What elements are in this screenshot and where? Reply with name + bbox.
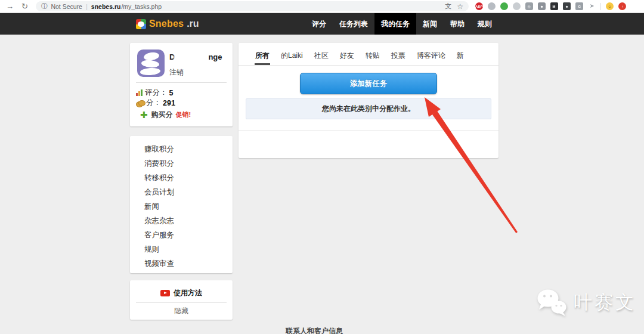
sidebar-item-membership-plan[interactable]: 会员计划 [130, 185, 233, 199]
help-card: 使用方法 隐藏 [130, 280, 233, 320]
sidebar-item-magazine[interactable]: 杂志杂志 [130, 214, 233, 228]
extension-icons: ABP◎☻M☻G➤☺↑ [475, 2, 626, 10]
contrast-circle-icon[interactable] [513, 2, 521, 10]
translate-icon[interactable]: 文 [445, 2, 451, 11]
coins-icon [136, 100, 144, 106]
bookmark-star-icon[interactable]: ☆ [457, 2, 463, 11]
sidebar-item-customer-service[interactable]: 客户服务 [130, 228, 233, 242]
hide-link[interactable]: 隐藏 [130, 306, 233, 316]
site-logo-text: Snebes [149, 18, 184, 29]
nav-item-rules[interactable]: 规则 [471, 13, 499, 35]
bar-chart-icon [136, 89, 143, 96]
tab-all[interactable]: 所有 [255, 43, 270, 65]
watermark-text: 叶赛文 [574, 290, 636, 315]
hand-extension-icon[interactable] [488, 2, 496, 10]
info-icon[interactable]: ⓘ [41, 2, 48, 11]
profile-card: Dnge 注销 评分：5 分：291 ✚ 购买分 促销! [130, 43, 233, 126]
username: Dnge [169, 52, 222, 61]
sidebar-item-spend-points[interactable]: 消费积分 [130, 156, 233, 171]
nav-item-task-list[interactable]: 任务列表 [333, 13, 374, 35]
usage-video-link[interactable]: 使用方法 [130, 288, 233, 298]
sidebar-menu-card: 赚取积分消费积分转移积分会员计划新闻杂志杂志客户服务规则视频审查 [130, 136, 233, 273]
logout-link[interactable]: 注销 [169, 67, 184, 78]
sidebar-item-earn-points[interactable]: 赚取积分 [130, 142, 233, 156]
url-path: /my_tasks.php [121, 3, 162, 10]
buy-points-link[interactable]: 购买分 [151, 110, 173, 120]
nav-item-news[interactable]: 新闻 [416, 13, 444, 35]
reload-icon[interactable]: ↻ [21, 2, 28, 10]
person-badge-icon[interactable]: ☻ [563, 2, 571, 10]
sidebar-item-news[interactable]: 新闻 [130, 199, 233, 214]
category-tabs: 所有的Laiki社区好友转贴投票博客评论新 [239, 43, 499, 66]
browser-toolbar: → ↻ ⓘ Not Secure | snebes.ru /my_tasks.p… [0, 0, 644, 13]
tab-friends[interactable]: 好友 [339, 43, 355, 65]
sidebar-item-transfer-points[interactable]: 转移积分 [130, 171, 233, 185]
add-task-button[interactable]: 添加新任务 [300, 73, 437, 94]
footer-contact-heading: 联系人和客户信息 [130, 326, 499, 334]
tab-community[interactable]: 社区 [314, 43, 329, 65]
promo-badge: 促销! [176, 110, 191, 119]
wechat-icon [535, 287, 568, 317]
tab-new[interactable]: 新 [456, 43, 465, 65]
camera-icon[interactable]: ◎ [525, 2, 533, 10]
username-censor-mask [175, 54, 208, 61]
toolbar-divider[interactable] [600, 3, 601, 10]
site-logo-suffix: .ru [187, 18, 199, 29]
youtube-icon [160, 290, 170, 296]
profile-divider [136, 82, 227, 83]
rating-value: 5 [169, 89, 174, 97]
help-divider [136, 302, 227, 303]
buy-points-row[interactable]: ✚ 购买分 促销! [140, 110, 191, 120]
points-value: 291 [163, 99, 175, 107]
evernote-icon[interactable] [500, 2, 508, 10]
forward-icon[interactable]: → [6, 2, 14, 10]
google-g-icon[interactable]: G [575, 2, 583, 10]
sidebar-item-rules[interactable]: 规则 [130, 242, 233, 256]
tasks-panel: 所有的Laiki社区好友转贴投票博客评论新 添加新任务 您尚未在此类别中分配作业… [239, 43, 499, 158]
empty-category-message: 您尚未在此类别中分配作业。 [246, 98, 491, 119]
omnibox-divider: | [86, 3, 88, 10]
nav-item-my-tasks[interactable]: 我的任务 [374, 13, 416, 35]
profile-avatar-icon[interactable]: ↑ [618, 2, 626, 10]
user-avatar[interactable] [137, 50, 165, 77]
tab-blog-comments[interactable]: 博客评论 [416, 43, 446, 65]
navbar-menu: 评分任务列表我的任务新闻帮助规则 [305, 13, 499, 35]
rating-row: 评分：5 [136, 88, 173, 98]
site-logo-icon [136, 19, 146, 29]
nav-item-help[interactable]: 帮助 [444, 13, 471, 35]
wechat-watermark: 叶赛文 [535, 287, 636, 317]
nav-item-rating[interactable]: 评分 [305, 13, 333, 35]
smiley-extension-icon[interactable]: ☺ [606, 2, 614, 10]
browser-window: → ↻ ⓘ Not Secure | snebes.ru /my_tasks.p… [0, 0, 644, 334]
site-navbar: Snebes.ru 评分任务列表我的任务新闻帮助规则 [0, 13, 644, 35]
tab-repost[interactable]: 转贴 [365, 43, 380, 65]
url-host: snebes.ru [91, 3, 121, 10]
site-logo[interactable]: Snebes.ru [136, 18, 199, 29]
adblock-plus-icon[interactable]: ABP [475, 2, 483, 10]
plus-icon: ✚ [140, 110, 148, 119]
sidebar-item-video-review[interactable]: 视频审查 [130, 256, 233, 271]
tab-laiki[interactable]: 的Laiki [280, 43, 304, 65]
tasks-panel-divider [239, 130, 499, 131]
address-bar[interactable]: ⓘ Not Secure | snebes.ru /my_tasks.php 文… [36, 1, 469, 11]
security-label: Not Secure [51, 3, 82, 10]
points-row: 分：291 [136, 98, 175, 108]
tab-vote[interactable]: 投票 [391, 43, 406, 65]
robot-icon[interactable]: ☻ [538, 2, 546, 10]
share-arrow-icon[interactable]: ➤ [588, 2, 596, 10]
sidebar-menu: 赚取积分消费积分转移积分会员计划新闻杂志杂志客户服务规则视频审查 [130, 142, 233, 271]
medium-icon[interactable]: M [550, 2, 558, 10]
